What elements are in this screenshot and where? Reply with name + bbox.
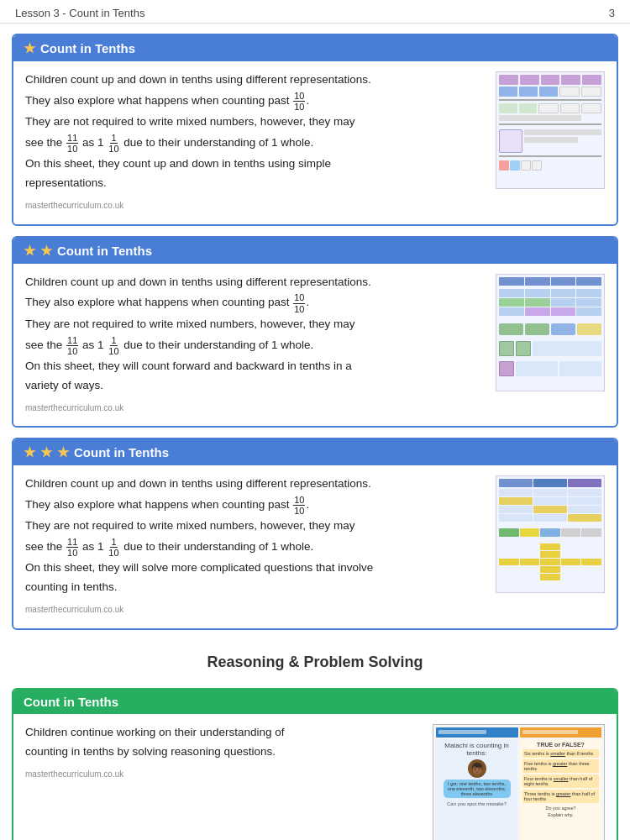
reasoning-title: Reasoning & Problem Solving [207,654,423,670]
reasoning-card-body: Children continue working on their under… [13,714,617,840]
card1-title: Count in Tenths [40,41,135,55]
reasoning-divider: Reasoning & Problem Solving [0,640,630,678]
frac-1-10-2: 110 [108,335,119,356]
reasoning-card-title: Count in Tenths [24,695,118,709]
frac-11-10-2: 1110 [66,335,78,356]
reasoning-card-header: Count in Tenths [13,690,617,714]
card1-body: Children count up and down in tenths usi… [13,61,617,224]
card1-line1: Children count up and down in tenths usi… [25,71,487,89]
card1-image [496,71,605,189]
lesson-title: Lesson 3 - Count in Tenths [15,7,144,19]
reasoning-line1: Children continue working on their under… [25,724,424,742]
star-icon-3c: ★ [57,444,69,460]
page-header: Lesson 3 - Count in Tenths 3 [0,0,630,24]
card2-image [496,274,605,391]
card3-line3: They are not required to write mixed num… [25,517,487,535]
frac-11-10-3: 1110 [66,537,78,558]
card1-line2: They also explore what happens when coun… [25,91,487,112]
reasoning-card-text: Children continue working on their under… [25,724,424,782]
card2-watermark: masterthecurriculum.co.uk [25,402,487,415]
card2-header: ★ ★ Count in Tenths [13,238,617,264]
star-icon-2b: ★ [40,243,52,259]
card3-image [496,475,605,593]
reasoning-card: Count in Tenths Children continue workin… [12,688,618,840]
star-icon-3b: ★ [40,444,52,460]
card2-title: Count in Tenths [57,244,152,258]
card1-line5: On this sheet, they count up and down in… [25,155,487,173]
card3-line5: On this sheet, they will solve more comp… [25,559,487,577]
card2-line5: On this sheet, they will count forward a… [25,358,487,375]
star-icon-1: ★ [24,40,35,56]
frac-10-10-3: 1010 [293,495,305,516]
card2-line6: variety of ways. [25,377,487,395]
card1-line6: representations. [25,175,487,192]
frac-11-10-1: 1110 [66,133,78,154]
reasoning-line2: counting in tenths by solving reasoning … [25,743,424,761]
frac-1-10-3: 110 [108,537,119,558]
card3-line2: They also explore what happens when coun… [25,495,487,516]
card3-line4: see the 1110 as 1 110 due to their under… [25,537,487,558]
card1-line3: They are not required to write mixed num… [25,113,487,131]
card1-header: ★ Count in Tenths [13,35,617,61]
card3-title: Count in Tenths [74,445,169,459]
card-3-stars: ★ ★ ★ Count in Tenths Children count up … [12,438,618,630]
frac-10-10-1: 1010 [293,91,305,112]
card2-body: Children count up and down in tenths usi… [13,264,617,427]
frac-1-10-1: 110 [108,133,119,154]
card3-text: Children count up and down in tenths usi… [25,475,487,618]
card1-watermark: masterthecurriculum.co.uk [25,199,487,213]
card3-body: Children count up and down in tenths usi… [13,465,617,628]
star-icon-3a: ★ [24,444,35,460]
card2-text: Children count up and down in tenths usi… [25,274,487,417]
card3-header: ★ ★ ★ Count in Tenths [13,439,617,465]
card2-line1: Children count up and down in tenths usi… [25,274,487,291]
card-2-stars: ★ ★ Count in Tenths Children count up an… [12,236,618,428]
card3-line1: Children count up and down in tenths usi… [25,475,487,493]
reasoning-card-image: Malachi is counting in tenths: 👦🏾 I got:… [433,724,605,840]
card1-text: Children count up and down in tenths usi… [25,71,487,214]
frac-10-10-2: 1010 [293,292,305,313]
card2-line3: They are not required to write mixed num… [25,316,487,333]
page-number: 3 [609,7,615,19]
card-1-star: ★ Count in Tenths Children count up and … [12,34,618,226]
card3-line6: counting in tenths. [25,579,487,596]
reasoning-watermark: masterthecurriculum.co.uk [25,768,424,781]
card2-line4: see the 1110 as 1 110 due to their under… [25,335,487,356]
card3-watermark: masterthecurriculum.co.uk [25,603,487,617]
card2-line2: They also explore what happens when coun… [25,292,487,313]
card1-line4: see the 1110 as 1 110 due to their under… [25,133,487,154]
star-icon-2a: ★ [24,243,35,259]
